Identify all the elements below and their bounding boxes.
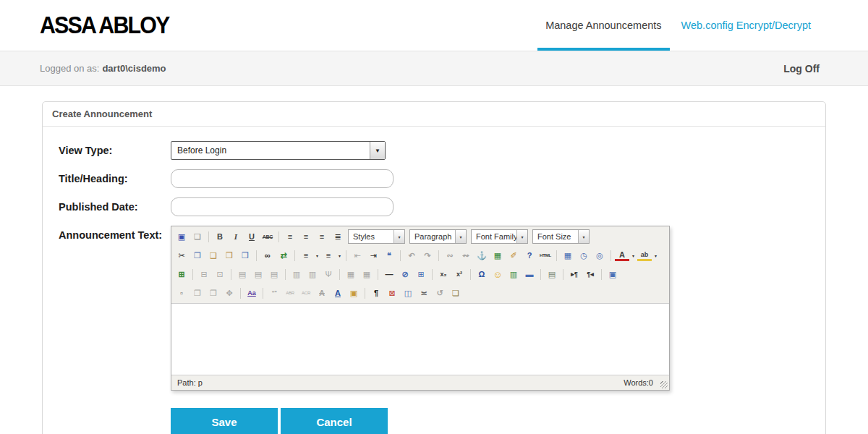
print-icon[interactable]: ▤ bbox=[545, 268, 559, 281]
log-off-link[interactable]: Log Off bbox=[783, 63, 820, 75]
emoticons-icon[interactable]: ☺ bbox=[490, 268, 505, 281]
outdent-icon[interactable]: ⇤ bbox=[350, 249, 365, 262]
background-color-icon[interactable]: ab bbox=[637, 250, 652, 261]
insert-column-before-icon[interactable]: ▥ bbox=[289, 268, 304, 281]
citation-icon[interactable]: ❝❞ bbox=[267, 286, 281, 299]
insert-time-icon[interactable]: ◷ bbox=[576, 249, 591, 262]
page-break-icon[interactable]: ≍ bbox=[417, 286, 431, 299]
view-type-select[interactable]: Before Login ▼ bbox=[171, 141, 386, 160]
visual-aid-icon[interactable]: ⊞ bbox=[414, 268, 428, 281]
special-character-icon[interactable]: Ω bbox=[475, 268, 489, 281]
insert-column-after-icon[interactable]: ▥ bbox=[305, 268, 320, 281]
numbered-list-icon[interactable]: ≡ bbox=[321, 249, 336, 262]
anchor-icon[interactable]: ⚓ bbox=[475, 249, 489, 262]
insert-image-icon[interactable]: ▦ bbox=[490, 249, 505, 262]
bullet-list-icon[interactable]: ≡ bbox=[299, 249, 313, 262]
insert-attributes-icon[interactable]: ▣ bbox=[346, 286, 361, 299]
spellcheck-preview-icon[interactable]: ❏ bbox=[448, 286, 463, 299]
new-document-icon[interactable]: ❏ bbox=[190, 230, 205, 243]
published-date-input[interactable] bbox=[171, 197, 393, 216]
remove-formatting-icon[interactable]: ⊘ bbox=[398, 268, 412, 281]
align-left-icon[interactable]: ≡ bbox=[283, 230, 297, 243]
restore-draft-icon[interactable]: ↺ bbox=[433, 286, 447, 299]
paste-as-text-icon[interactable]: ❒ bbox=[222, 249, 237, 262]
merge-cells-icon[interactable]: ▦ bbox=[359, 268, 374, 281]
chevron-down-icon[interactable]: ▼ bbox=[370, 142, 385, 159]
align-right-icon[interactable]: ≡ bbox=[315, 230, 329, 243]
template-icon[interactable]: ◫ bbox=[401, 286, 415, 299]
strikethrough-icon[interactable]: ABC bbox=[260, 230, 275, 243]
copy-icon[interactable]: ❐ bbox=[190, 249, 205, 262]
superscript-icon[interactable]: x² bbox=[452, 268, 467, 281]
move-backward-icon[interactable]: ❐ bbox=[206, 286, 221, 299]
acronym-icon[interactable]: ACR bbox=[299, 286, 313, 299]
text-color-icon[interactable]: A bbox=[615, 250, 629, 261]
bold-icon[interactable]: B bbox=[213, 230, 227, 243]
insert-table-icon[interactable]: ⊞ bbox=[174, 268, 189, 281]
cut-icon[interactable]: ✂ bbox=[174, 249, 189, 262]
text-color-menu-icon[interactable]: ▾ bbox=[630, 249, 637, 262]
blockquote-icon[interactable]: ❝ bbox=[382, 249, 396, 262]
styles-dropdown[interactable]: Styles▾ bbox=[348, 229, 405, 244]
styles-dropdown-arrow-icon[interactable]: ▾ bbox=[393, 230, 404, 243]
font-size-dropdown[interactable]: Font Size▾ bbox=[532, 229, 590, 244]
abbreviation-icon[interactable]: ABR bbox=[283, 286, 297, 299]
absolute-position-icon[interactable]: ✥ bbox=[222, 286, 237, 299]
deleted-text-icon[interactable]: A bbox=[315, 286, 329, 299]
insert-layer-icon[interactable]: ▫ bbox=[174, 286, 189, 299]
visual-characters-icon[interactable]: ¶ bbox=[369, 286, 383, 299]
font-size-dropdown-arrow-icon[interactable]: ▾ bbox=[578, 230, 589, 243]
cancel-button[interactable]: Cancel bbox=[281, 408, 388, 434]
split-cells-icon[interactable]: ▦ bbox=[344, 268, 358, 281]
assa-abloy-logo[interactable]: ASSA ABLOY bbox=[40, 12, 169, 39]
style-properties-icon[interactable]: Aa bbox=[244, 286, 259, 299]
tab-manage-announcements[interactable]: Manage Announcements bbox=[537, 0, 669, 51]
paragraph-dropdown[interactable]: Paragraph▾ bbox=[409, 229, 467, 244]
title-input[interactable] bbox=[171, 169, 393, 188]
tab-webconfig-encrypt-decrypt[interactable]: Web.config Encrypt/Decrypt bbox=[673, 0, 819, 51]
delete-column-icon[interactable]: Ψ bbox=[321, 268, 336, 281]
non-breaking-space-icon[interactable]: ⊠ bbox=[385, 286, 399, 299]
insert-date-icon[interactable]: ▦ bbox=[561, 249, 575, 262]
resize-grip-icon[interactable] bbox=[660, 381, 668, 388]
numbered-list-menu-icon[interactable]: ▾ bbox=[336, 249, 343, 262]
indent-icon[interactable]: ⇥ bbox=[366, 249, 380, 262]
preview-icon[interactable]: ◎ bbox=[592, 249, 607, 262]
unlink-icon[interactable]: ∾ bbox=[459, 249, 473, 262]
insert-embed-icon[interactable]: ▬ bbox=[522, 268, 537, 281]
ltr-direction-icon[interactable]: ▸¶ bbox=[567, 268, 582, 281]
save-button[interactable]: Save bbox=[171, 408, 278, 434]
subscript-icon[interactable]: x₂ bbox=[436, 268, 451, 281]
table-cell-properties-icon[interactable]: ⊡ bbox=[213, 268, 227, 281]
horizontal-rule-icon[interactable]: — bbox=[382, 268, 396, 281]
fullscreen-icon[interactable]: ▣ bbox=[605, 268, 620, 281]
paragraph-dropdown-arrow-icon[interactable]: ▾ bbox=[455, 230, 466, 243]
insert-row-before-icon[interactable]: ▤ bbox=[235, 268, 250, 281]
rtl-direction-icon[interactable]: ¶◂ bbox=[583, 268, 597, 281]
insert-link-icon[interactable]: ∾ bbox=[443, 249, 457, 262]
find-replace-icon[interactable]: ⇄ bbox=[276, 249, 291, 262]
italic-icon[interactable]: I bbox=[229, 230, 243, 243]
help-icon[interactable]: ? bbox=[522, 249, 537, 262]
cleanup-code-icon[interactable]: ✐ bbox=[506, 249, 521, 262]
find-icon[interactable]: ∞ bbox=[260, 249, 275, 262]
table-row-properties-icon[interactable]: ⊟ bbox=[197, 268, 211, 281]
background-color-menu-icon[interactable]: ▾ bbox=[652, 249, 659, 262]
inserted-text-icon[interactable]: A bbox=[331, 286, 345, 299]
html-source-icon[interactable]: HTML bbox=[538, 249, 553, 262]
bullet-list-menu-icon[interactable]: ▾ bbox=[314, 249, 320, 262]
align-center-icon[interactable]: ≡ bbox=[299, 230, 313, 243]
redo-icon[interactable]: ↷ bbox=[420, 249, 435, 262]
delete-row-icon[interactable]: ▤ bbox=[267, 268, 281, 281]
editor-content-area[interactable] bbox=[171, 303, 669, 375]
paste-icon[interactable]: ❑ bbox=[206, 249, 221, 262]
insert-media-icon[interactable]: ▥ bbox=[506, 268, 521, 281]
font-family-dropdown[interactable]: Font Family▾ bbox=[471, 229, 528, 244]
undo-icon[interactable]: ↶ bbox=[404, 249, 419, 262]
font-family-dropdown-arrow-icon[interactable]: ▾ bbox=[516, 230, 527, 243]
move-forward-icon[interactable]: ❐ bbox=[190, 286, 205, 299]
underline-icon[interactable]: U bbox=[244, 230, 259, 243]
paste-from-word-icon[interactable]: ❒ bbox=[238, 249, 252, 262]
insert-row-after-icon[interactable]: ▤ bbox=[251, 268, 265, 281]
align-justify-icon[interactable]: ≣ bbox=[331, 230, 345, 243]
